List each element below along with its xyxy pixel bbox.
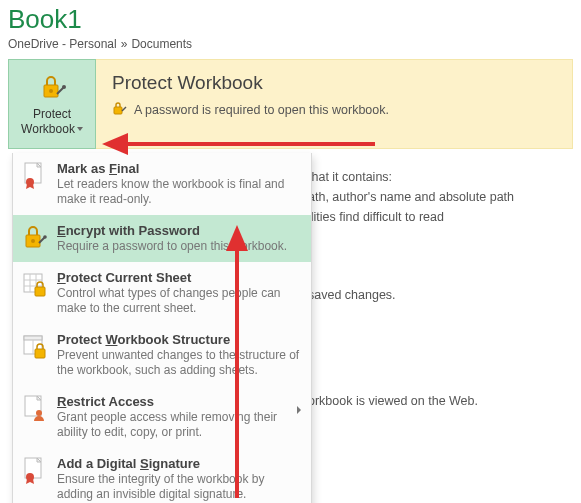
svg-rect-18 xyxy=(35,349,45,358)
menu-item-desc: Require a password to open this workbook… xyxy=(57,239,301,254)
svg-rect-16 xyxy=(24,336,42,340)
svg-point-1 xyxy=(49,89,53,93)
menu-item-protect-current-sheet[interactable]: Protect Current Sheet Control what types… xyxy=(13,262,311,324)
svg-rect-3 xyxy=(114,107,122,114)
menu-item-title: Mark as Final xyxy=(57,161,301,176)
svg-marker-24 xyxy=(102,133,128,155)
menu-item-title: Encrypt with Password xyxy=(57,223,301,238)
chevron-down-icon xyxy=(77,127,83,131)
breadcrumb-separator: » xyxy=(121,37,128,51)
menu-item-title: Restrict Access xyxy=(57,394,301,409)
menu-item-protect-workbook-structure[interactable]: Protect Workbook Structure Prevent unwan… xyxy=(13,324,311,386)
protect-workbook-menu: Mark as Final Let readers know the workb… xyxy=(12,153,312,503)
breadcrumb: OneDrive - Personal » Documents xyxy=(8,37,573,51)
document-ribbon-icon xyxy=(21,456,47,486)
menu-item-desc: Grant people access while removing their… xyxy=(57,410,301,440)
workbook-lock-icon xyxy=(21,332,47,362)
menu-item-desc: Ensure the integrity of the workbook by … xyxy=(57,472,301,502)
menu-item-title: Protect Current Sheet xyxy=(57,270,301,285)
document-person-icon xyxy=(21,394,47,424)
background-partial-text: that it contains: ath, author's name and… xyxy=(308,167,514,411)
menu-item-add-digital-signature[interactable]: Add a Digital Signature Ensure the integ… xyxy=(13,448,311,503)
menu-item-title: Add a Digital Signature xyxy=(57,456,301,471)
banner-text: A password is required to open this work… xyxy=(134,103,389,117)
menu-item-encrypt-with-password[interactable]: Encrypt with Password Require a password… xyxy=(13,215,311,262)
workbook-title: Book1 xyxy=(8,4,573,35)
annotation-arrow-icon xyxy=(100,129,380,162)
lock-key-icon xyxy=(37,72,67,107)
lock-key-icon xyxy=(112,100,128,119)
svg-marker-26 xyxy=(226,225,248,251)
document-ribbon-icon xyxy=(21,161,47,191)
menu-item-restrict-access[interactable]: Restrict Access Grant people access whil… xyxy=(13,386,311,448)
annotation-arrow-icon xyxy=(222,223,252,503)
menu-item-mark-as-final[interactable]: Mark as Final Let readers know the workb… xyxy=(13,153,311,215)
protect-workbook-label-line2: Workbook xyxy=(21,122,83,136)
banner-heading: Protect Workbook xyxy=(112,72,556,94)
svg-point-2 xyxy=(62,85,66,89)
svg-rect-14 xyxy=(35,287,45,296)
sheet-lock-icon xyxy=(21,270,47,300)
breadcrumb-part[interactable]: Documents xyxy=(131,37,192,51)
svg-point-7 xyxy=(31,239,35,243)
svg-point-8 xyxy=(43,235,47,239)
protect-workbook-button[interactable]: Protect Workbook xyxy=(8,59,96,149)
menu-item-desc: Let readers know the workbook is final a… xyxy=(57,177,301,207)
lock-key-icon xyxy=(21,223,47,253)
protect-workbook-label-line1: Protect xyxy=(33,107,71,121)
menu-item-title: Protect Workbook Structure xyxy=(57,332,301,347)
menu-item-desc: Control what types of changes people can… xyxy=(57,286,301,316)
svg-point-20 xyxy=(36,410,42,416)
menu-item-desc: Prevent unwanted changes to the structur… xyxy=(57,348,301,378)
breadcrumb-part[interactable]: OneDrive - Personal xyxy=(8,37,117,51)
